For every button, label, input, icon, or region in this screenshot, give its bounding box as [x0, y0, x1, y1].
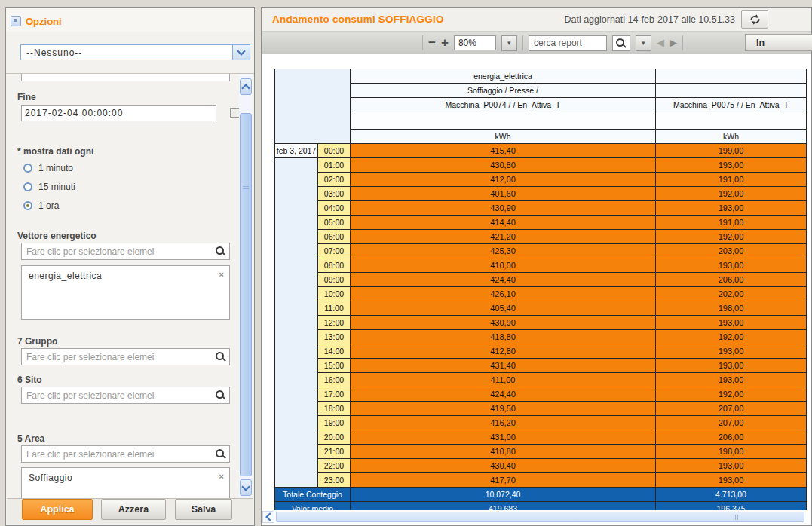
radio-icon[interactable] [23, 182, 32, 191]
hour-cell: 05:00 [318, 216, 351, 230]
value-cell: 193,00 [656, 316, 807, 330]
dropdown-button[interactable] [232, 45, 250, 60]
interval-option-1-ora[interactable]: 1 ora [23, 198, 59, 213]
report-panel: Andamento consumi SOFFIAGGIO Dati aggior… [261, 7, 812, 526]
value-cell: 410,80 [351, 445, 656, 459]
scrollbar-thumb[interactable] [276, 512, 804, 522]
value-cell: 417,70 [351, 473, 656, 488]
value-cell: 191,00 [656, 173, 807, 187]
hour-cell: 22:00 [318, 459, 351, 473]
close-icon[interactable]: × [219, 271, 224, 278]
gruppo-search-field[interactable] [22, 352, 216, 362]
value-cell: 206,00 [656, 430, 807, 445]
preset-dropdown[interactable]: --Nessuno-- [20, 44, 250, 60]
value-cell: 199,00 [656, 144, 807, 158]
value-cell: 193,00 [656, 373, 807, 387]
vettore-selected-list: energia_elettrica × [21, 265, 230, 320]
value-cell: 421,20 [351, 230, 656, 244]
options-scroll-area: Fine * mostra dati ogni 1 minuto15 minut… [7, 74, 253, 500]
zoom-out-button[interactable]: − [428, 35, 436, 50]
value-cell: 430,90 [351, 201, 656, 216]
search-icon[interactable] [216, 449, 224, 457]
value-cell: 419,50 [351, 402, 656, 416]
value-cell: 431,00 [351, 430, 656, 445]
sito-search-field[interactable] [22, 390, 216, 401]
report-titlebar: Andamento consumi SOFFIAGGIO Dati aggior… [262, 8, 811, 32]
next-page-button[interactable]: ▶ [670, 35, 677, 50]
close-icon[interactable]: × [219, 472, 224, 480]
value-cell: 411,00 [351, 373, 656, 387]
value-cell: 192,00 [656, 387, 807, 402]
value-cell: 192,00 [656, 230, 807, 244]
hour-cell: 23:00 [318, 473, 351, 488]
list-item: energia_elettrica × [22, 266, 229, 281]
scroll-left-button[interactable] [262, 511, 274, 523]
value-cell: 193,00 [656, 158, 807, 173]
search-icon[interactable] [216, 352, 224, 360]
group-header-cell: Soffiaggio / Presse / [351, 84, 656, 98]
previous-page-button[interactable]: ◀ [657, 35, 664, 50]
header-corner-area [275, 69, 351, 144]
value-cell: 412,80 [351, 344, 656, 359]
toolbar-separator [682, 35, 683, 50]
radio-icon[interactable] [23, 164, 32, 173]
scrollbar-thumb[interactable] [240, 113, 252, 476]
search-icon[interactable] [216, 246, 224, 255]
value-cell: 193,00 [656, 201, 807, 216]
value-cell: 193,00 [656, 344, 807, 359]
area-search-input[interactable] [21, 445, 230, 463]
applica-button[interactable]: Applica [22, 499, 93, 520]
collapse-panel-icon[interactable] [11, 16, 21, 26]
azzera-button[interactable]: Azzera [101, 499, 166, 520]
sito-search-input[interactable] [21, 387, 230, 404]
interval-option-15-minuti[interactable]: 15 minuti [23, 179, 75, 194]
search-dropdown-button[interactable]: ▾ [636, 35, 651, 51]
end-date-field[interactable] [21, 105, 216, 121]
report-search-input[interactable] [529, 35, 607, 51]
unit-cell: kWh [656, 130, 807, 144]
value-cell: 412,00 [351, 173, 656, 187]
scroll-down-button[interactable] [240, 479, 252, 496]
area-label: 5 Area [17, 433, 44, 444]
hour-cell: 00:00 [318, 144, 351, 158]
horizontal-scrollbar[interactable] [262, 511, 810, 524]
vettore-selected-item: energia_elettrica [29, 271, 102, 281]
zoom-level-input[interactable] [454, 35, 496, 50]
value-cell: 405,40 [351, 301, 656, 316]
gruppo-search-input[interactable] [21, 348, 230, 365]
value-cell: 193,00 [656, 359, 807, 373]
index-button[interactable]: In [745, 34, 812, 51]
scroll-up-button[interactable] [240, 78, 252, 95]
zoom-in-button[interactable]: + [441, 35, 449, 50]
value-cell: 202,00 [656, 287, 807, 301]
search-icon[interactable] [216, 390, 224, 399]
value-cell: 203,00 [656, 244, 807, 258]
value-cell: 424,40 [351, 387, 656, 402]
unit-cell: kWh [351, 130, 656, 144]
value-cell: 414,40 [351, 216, 656, 230]
refresh-button[interactable] [741, 10, 768, 29]
area-search-field[interactable] [22, 449, 216, 460]
vettore-search-input[interactable] [21, 243, 230, 260]
refresh-icon [749, 14, 761, 25]
options-panel: Opzioni --Nessuno-- Fine * mostra dati o… [5, 7, 255, 526]
hour-cell: 11:00 [318, 301, 351, 316]
start-date-field-partial[interactable] [21, 74, 230, 81]
fine-label: Fine [17, 92, 36, 102]
interval-option-1-minuto[interactable]: 1 minuto [23, 161, 73, 176]
toolbar-separator [422, 35, 423, 50]
search-button[interactable] [612, 35, 630, 51]
radio-selected-icon[interactable] [23, 201, 32, 210]
report-title: Andamento consumi SOFFIAGGIO [272, 14, 444, 25]
sidebar-scrollbar[interactable] [239, 74, 253, 500]
salva-button[interactable]: Salva [175, 499, 232, 520]
hour-cell: 12:00 [318, 316, 351, 330]
radio-label: 1 minuto [38, 163, 73, 173]
value-cell: 430,90 [351, 316, 656, 330]
zoom-dropdown-button[interactable]: ▾ [501, 35, 517, 51]
vettore-search-field[interactable] [22, 246, 216, 257]
chevron-down-icon [237, 47, 245, 55]
value-cell: 416,20 [351, 416, 656, 430]
vector-header-cell: energia_elettrica [351, 69, 656, 84]
value-cell: 430,40 [351, 459, 656, 473]
